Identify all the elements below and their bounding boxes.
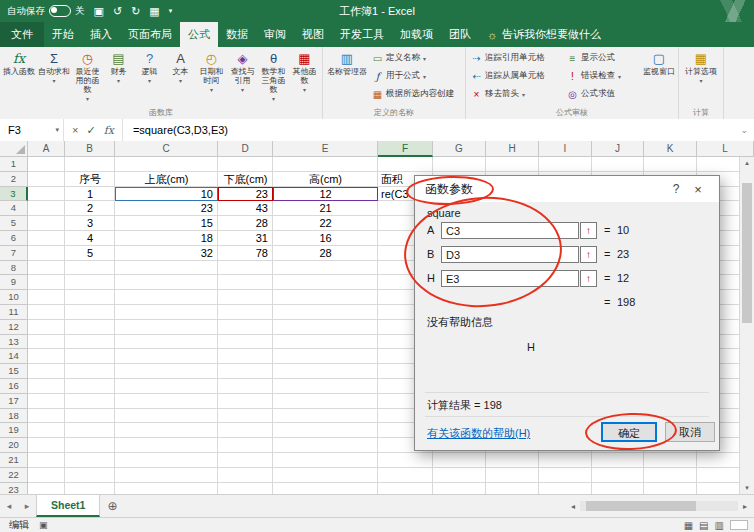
- logic-button[interactable]: ?逻辑▾: [134, 49, 165, 106]
- collapse-dialog-icon[interactable]: ↑: [580, 246, 597, 263]
- cell-D20[interactable]: [218, 438, 273, 453]
- cell-D14[interactable]: [218, 349, 273, 364]
- cell-C23[interactable]: [115, 483, 218, 494]
- cell-D18[interactable]: [218, 409, 273, 424]
- save-icon[interactable]: ▣: [94, 0, 104, 22]
- cell-B19[interactable]: [65, 423, 115, 438]
- cell-G22[interactable]: [433, 468, 486, 483]
- cell-A22[interactable]: [28, 468, 65, 483]
- trace-precedents-button[interactable]: ⇢追踪引用单元格: [468, 49, 564, 67]
- cell-E9[interactable]: [273, 275, 378, 290]
- table-icon[interactable]: ▦: [149, 0, 159, 22]
- more-functions-button[interactable]: ▦其他函数▾: [289, 49, 320, 106]
- cell-value-C2[interactable]: 上底(cm): [115, 172, 218, 187]
- vertical-scroll-thumb[interactable]: [742, 183, 752, 323]
- cell-B13[interactable]: [65, 335, 115, 350]
- cell-A8[interactable]: [28, 261, 65, 276]
- dialog-help-icon[interactable]: ?: [665, 182, 687, 196]
- cell-D8[interactable]: [218, 261, 273, 276]
- scroll-up-icon[interactable]: ▴: [740, 157, 754, 169]
- cell-B20[interactable]: [65, 438, 115, 453]
- use-in-formula-button[interactable]: ƒ用于公式▾: [369, 67, 463, 85]
- ribbon-tab-插入[interactable]: 插入: [82, 22, 120, 47]
- column-header-D[interactable]: D: [218, 141, 273, 157]
- cell-B1[interactable]: [65, 157, 115, 172]
- cell-value-D6[interactable]: 31: [218, 231, 268, 246]
- cell-I21[interactable]: [539, 453, 592, 468]
- cell-H21[interactable]: [486, 453, 539, 468]
- cell-C16[interactable]: [115, 379, 218, 394]
- cell-D10[interactable]: [218, 290, 273, 305]
- cancel-entry-icon[interactable]: ×: [72, 124, 78, 136]
- cell-D17[interactable]: [218, 394, 273, 409]
- calculation-options-button[interactable]: ▦计算选项▾: [681, 49, 721, 106]
- ribbon-tab-公式[interactable]: 公式: [180, 22, 218, 47]
- cell-K21[interactable]: [644, 453, 697, 468]
- cell-B23[interactable]: [65, 483, 115, 494]
- function-help-link[interactable]: 有关该函数的帮助(H): [427, 426, 530, 441]
- cell-A20[interactable]: [28, 438, 65, 453]
- define-name-button[interactable]: ▭定义名称▾: [369, 49, 463, 67]
- confirm-entry-icon[interactable]: ✓: [86, 124, 95, 137]
- formula-input[interactable]: =square(C3,D3,E3): [123, 124, 741, 136]
- cell-D22[interactable]: [218, 468, 273, 483]
- row-header-17[interactable]: 17: [0, 394, 28, 409]
- finance-button[interactable]: ▤财务▾: [103, 49, 134, 106]
- scroll-right-icon[interactable]: ▸: [738, 502, 752, 511]
- column-header-I[interactable]: I: [539, 141, 592, 157]
- cell-A23[interactable]: [28, 483, 65, 494]
- row-header-1[interactable]: 1: [0, 157, 28, 172]
- cell-C15[interactable]: [115, 364, 218, 379]
- column-header-B[interactable]: B: [65, 141, 115, 157]
- cell-F22[interactable]: [378, 468, 433, 483]
- row-header-11[interactable]: 11: [0, 305, 28, 320]
- cell-A10[interactable]: [28, 290, 65, 305]
- date-time-button[interactable]: ◴日期和时间▾: [196, 49, 227, 106]
- collapse-dialog-icon[interactable]: ↑: [580, 222, 597, 239]
- remove-arrows-button[interactable]: ×移去箭头▾: [468, 85, 564, 103]
- ribbon-tab-开发工具[interactable]: 开发工具: [332, 22, 392, 47]
- name-box[interactable]: F3 ▾: [0, 119, 64, 141]
- collapse-dialog-icon[interactable]: ↑: [580, 270, 597, 287]
- cell-C13[interactable]: [115, 335, 218, 350]
- lookup-reference-button[interactable]: ◈查找与引用▾: [227, 49, 258, 106]
- cell-A2[interactable]: [28, 172, 65, 187]
- cell-D1[interactable]: [218, 157, 273, 172]
- text-button[interactable]: A文本▾: [165, 49, 196, 106]
- evaluate-formula-button[interactable]: ◎公式求值: [564, 85, 642, 103]
- cell-B15[interactable]: [65, 364, 115, 379]
- cell-value-C6[interactable]: 18: [115, 231, 213, 246]
- cell-value-B5[interactable]: 3: [65, 216, 115, 231]
- cell-E14[interactable]: [273, 349, 378, 364]
- cell-value-D4[interactable]: 43: [218, 201, 268, 216]
- cell-A3[interactable]: [28, 187, 65, 202]
- cell-G1[interactable]: [433, 157, 486, 172]
- row-header-12[interactable]: 12: [0, 320, 28, 335]
- trace-dependents-button[interactable]: ⇠追踪从属单元格: [468, 67, 564, 85]
- cell-E11[interactable]: [273, 305, 378, 320]
- tell-me-box[interactable]: ☼ 告诉我你想要做什么: [487, 22, 601, 47]
- cell-G21[interactable]: [433, 453, 486, 468]
- row-header-9[interactable]: 9: [0, 275, 28, 290]
- cell-B11[interactable]: [65, 305, 115, 320]
- cell-E12[interactable]: [273, 320, 378, 335]
- cell-D15[interactable]: [218, 364, 273, 379]
- cell-E19[interactable]: [273, 423, 378, 438]
- column-header-H[interactable]: H: [486, 141, 539, 157]
- cell-value-B4[interactable]: 2: [65, 201, 115, 216]
- cell-I1[interactable]: [539, 157, 592, 172]
- row-header-18[interactable]: 18: [0, 409, 28, 424]
- cell-A7[interactable]: [28, 246, 65, 261]
- cell-C19[interactable]: [115, 423, 218, 438]
- cell-D11[interactable]: [218, 305, 273, 320]
- cell-B14[interactable]: [65, 349, 115, 364]
- new-sheet-icon[interactable]: ⊕: [100, 495, 124, 517]
- cell-A1[interactable]: [28, 157, 65, 172]
- cell-E1[interactable]: [273, 157, 378, 172]
- name-box-dropdown-icon[interactable]: ▾: [55, 119, 59, 141]
- cell-A18[interactable]: [28, 409, 65, 424]
- cell-A6[interactable]: [28, 231, 65, 246]
- cell-I22[interactable]: [539, 468, 592, 483]
- cell-B10[interactable]: [65, 290, 115, 305]
- name-manager-button[interactable]: ▥名称管理器: [325, 49, 369, 106]
